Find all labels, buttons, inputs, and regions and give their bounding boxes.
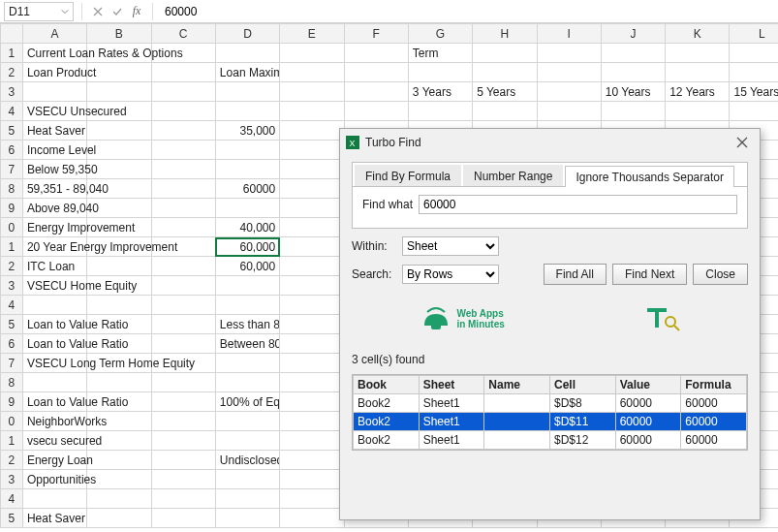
result-col-header[interactable]: Formula xyxy=(681,376,747,394)
cell[interactable] xyxy=(280,470,344,489)
cell[interactable] xyxy=(537,82,601,102)
cell[interactable] xyxy=(280,44,344,63)
cell[interactable]: VSECU Long Term Home Equity xyxy=(22,354,86,373)
row-header[interactable]: 8 xyxy=(1,373,23,392)
cell[interactable] xyxy=(537,102,601,121)
cell[interactable] xyxy=(215,412,279,431)
cell[interactable] xyxy=(151,141,215,160)
cell[interactable] xyxy=(215,276,279,296)
cell[interactable] xyxy=(601,63,665,82)
row-header[interactable]: 8 xyxy=(1,179,23,199)
cell[interactable] xyxy=(215,489,279,509)
cell[interactable] xyxy=(280,160,344,179)
cell[interactable] xyxy=(87,121,151,141)
corner-cell[interactable] xyxy=(1,24,23,44)
row-header[interactable]: 2 xyxy=(1,63,23,82)
cell[interactable] xyxy=(280,257,344,276)
result-col-header[interactable]: Name xyxy=(484,376,550,394)
cell[interactable] xyxy=(280,431,344,451)
cell[interactable] xyxy=(601,44,665,63)
cell[interactable] xyxy=(280,121,344,141)
cell[interactable] xyxy=(215,199,279,218)
cell[interactable]: Loan Maximum xyxy=(215,63,279,82)
cell[interactable] xyxy=(215,296,279,315)
cell[interactable] xyxy=(151,431,215,451)
cell[interactable] xyxy=(87,373,151,392)
find-what-input[interactable] xyxy=(419,195,737,214)
cell[interactable]: 60,000 xyxy=(215,257,279,276)
cell[interactable] xyxy=(151,296,215,315)
cell[interactable]: 10 Years xyxy=(601,82,665,102)
cell[interactable]: NeighborWorks xyxy=(22,412,86,431)
cell[interactable] xyxy=(473,102,537,121)
cell[interactable] xyxy=(151,179,215,199)
cell[interactable]: Term xyxy=(408,44,472,63)
cell[interactable]: Current Loan Rates & Options xyxy=(22,44,86,63)
row-header[interactable]: 6 xyxy=(1,334,23,354)
cell[interactable] xyxy=(87,509,151,528)
cell[interactable]: 12 Years xyxy=(666,82,730,102)
cell[interactable] xyxy=(215,141,279,160)
row-header[interactable]: 1 xyxy=(1,237,23,257)
cell[interactable] xyxy=(215,160,279,179)
close-icon[interactable] xyxy=(731,131,754,154)
cell[interactable] xyxy=(87,489,151,509)
cell[interactable] xyxy=(280,354,344,373)
row-header[interactable]: 1 xyxy=(1,431,23,451)
cell[interactable] xyxy=(730,63,778,82)
col-header-F[interactable]: F xyxy=(344,24,408,44)
cell[interactable] xyxy=(280,179,344,199)
within-select[interactable]: Sheet xyxy=(402,236,499,256)
cell[interactable]: 60,000 xyxy=(215,237,279,257)
cell[interactable] xyxy=(473,63,537,82)
col-header-A[interactable]: A xyxy=(22,24,86,44)
cell[interactable] xyxy=(280,489,344,509)
cell[interactable]: 100% of Equity xyxy=(215,392,279,412)
cell[interactable] xyxy=(344,102,408,121)
col-header-G[interactable]: G xyxy=(408,24,472,44)
cell[interactable] xyxy=(215,373,279,392)
col-header-I[interactable]: I xyxy=(537,24,601,44)
cell[interactable] xyxy=(280,218,344,237)
cell[interactable]: 20 Year Energy Improvement xyxy=(22,237,86,257)
close-button[interactable]: Close xyxy=(693,264,748,285)
cell[interactable] xyxy=(280,296,344,315)
cell[interactable]: Opportunities xyxy=(22,470,86,489)
tab-ignore-thousands-separator[interactable]: Ignore Thousands Separator xyxy=(565,166,734,187)
cell[interactable]: Loan to Value Ratio xyxy=(22,315,86,334)
cell[interactable] xyxy=(280,315,344,334)
results-grid[interactable]: BookSheetNameCellValueFormulaBook2Sheet1… xyxy=(352,374,748,451)
cell[interactable]: VSECU Unsecured xyxy=(22,102,86,121)
cell[interactable]: Income Level xyxy=(22,141,86,160)
tab-number-range[interactable]: Number Range xyxy=(463,165,563,186)
cell[interactable] xyxy=(151,412,215,431)
row-header[interactable]: 2 xyxy=(1,257,23,276)
row-header[interactable]: 3 xyxy=(1,82,23,102)
cell[interactable]: 60000 xyxy=(215,179,279,199)
cell[interactable]: vsecu secured xyxy=(22,431,86,451)
cell[interactable]: VSECU Home Equity xyxy=(22,276,86,296)
row-header[interactable]: 9 xyxy=(1,392,23,412)
cell[interactable] xyxy=(280,412,344,431)
cell[interactable] xyxy=(151,334,215,354)
cell[interactable] xyxy=(601,102,665,121)
cell[interactable]: Loan Product xyxy=(22,63,86,82)
cell[interactable] xyxy=(473,44,537,63)
cell[interactable] xyxy=(280,102,344,121)
cell[interactable] xyxy=(280,199,344,218)
row-header[interactable]: 7 xyxy=(1,160,23,179)
cell[interactable]: 15 Years xyxy=(730,82,778,102)
cell[interactable] xyxy=(215,354,279,373)
cell[interactable] xyxy=(87,63,151,82)
cell[interactable] xyxy=(151,509,215,528)
row-header[interactable]: 4 xyxy=(1,102,23,121)
cell[interactable] xyxy=(151,315,215,334)
cell[interactable] xyxy=(151,121,215,141)
cell[interactable] xyxy=(151,470,215,489)
cell[interactable] xyxy=(151,160,215,179)
cell[interactable] xyxy=(151,451,215,470)
row-header[interactable]: 4 xyxy=(1,489,23,509)
cell[interactable] xyxy=(151,276,215,296)
row-header[interactable]: 5 xyxy=(1,121,23,141)
cell[interactable] xyxy=(344,82,408,102)
